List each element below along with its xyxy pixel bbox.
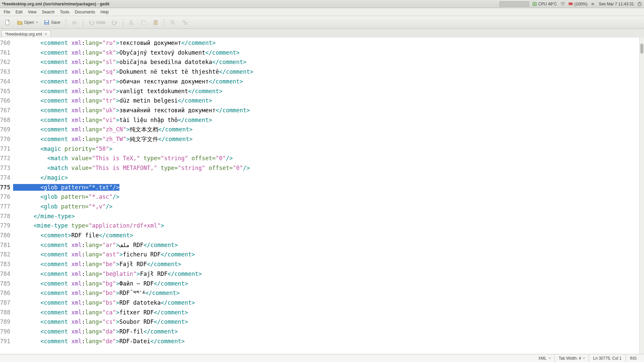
new-file-button[interactable] [3, 18, 13, 27]
cpu-icon [532, 2, 537, 6]
open-icon [17, 19, 23, 25]
power-icon[interactable] [637, 2, 642, 6]
menu-documents[interactable]: Documents [72, 9, 98, 15]
toolbar: Open▾ Save Undo [0, 16, 644, 29]
wifi-icon[interactable] [560, 2, 565, 6]
tray-placeholder [499, 1, 529, 7]
status-tab-width[interactable]: Tab Width: 4▾ [554, 354, 589, 362]
print-icon [71, 19, 77, 25]
print-button[interactable] [69, 18, 79, 27]
svg-rect-10 [45, 20, 48, 22]
window-title: *freedesktop.org.xml (/usr/share/mime/pa… [2, 2, 109, 6]
open-button[interactable]: Open▾ [15, 18, 40, 27]
svg-rect-5 [572, 3, 573, 4]
menu-file[interactable]: File [1, 9, 12, 15]
undo-button[interactable]: Undo [87, 18, 108, 27]
menu-help[interactable]: Help [98, 9, 111, 15]
search-replace-icon [182, 19, 188, 25]
svg-rect-1 [534, 3, 535, 5]
new-file-icon [5, 19, 11, 25]
system-tray: CPU 48°C (100%) Sex Mar 7 11:43:31 [499, 1, 642, 7]
line-number-gutter: 7607617627637647657667677687697707717727… [0, 38, 13, 354]
svg-rect-20 [155, 20, 157, 21]
find-replace-button[interactable] [180, 18, 190, 27]
tab-bar: *freedesktop.org.xml × [0, 29, 644, 38]
paste-icon [153, 19, 159, 25]
save-icon [44, 19, 50, 25]
window-titlebar: *freedesktop.org.xml (/usr/share/mime/pa… [0, 0, 644, 8]
status-bar: XML▾ Tab Width: 4▾ Ln 30775, Col 1 INS [0, 354, 644, 362]
code-content[interactable]: <comment xml:lang="ru">текстовый докумен… [13, 38, 644, 354]
copy-icon [141, 19, 147, 25]
cut-button[interactable] [126, 18, 137, 27]
menu-tools[interactable]: Tools [58, 9, 72, 15]
menu-view[interactable]: View [25, 9, 39, 15]
clock[interactable]: Sex Mar 7 11:43:31 [599, 2, 634, 6]
tab-document[interactable]: *freedesktop.org.xml × [1, 30, 51, 38]
close-icon[interactable]: × [45, 32, 47, 37]
volume-icon[interactable] [591, 2, 595, 6]
tab-label: *freedesktop.org.xml [5, 32, 42, 37]
svg-rect-18 [143, 21, 145, 25]
status-insert-mode[interactable]: INS [626, 354, 641, 362]
status-cursor-position: Ln 30775, Col 1 [589, 354, 626, 362]
svg-rect-13 [73, 20, 76, 22]
copy-button[interactable] [139, 18, 149, 27]
vertical-scrollbar[interactable] [639, 38, 644, 354]
menu-search[interactable]: Search [40, 9, 57, 15]
chevron-down-icon: ▾ [36, 21, 38, 24]
search-icon [170, 19, 176, 25]
scrollbar-thumb[interactable] [640, 44, 643, 54]
menu-bar: File Edit View Search Tools Documents He… [0, 8, 644, 16]
svg-rect-11 [46, 23, 48, 24]
svg-rect-7 [639, 2, 640, 4]
cpu-indicator[interactable]: CPU 48°C [532, 2, 557, 6]
svg-rect-14 [73, 23, 76, 24]
battery-indicator[interactable]: (100%) [569, 2, 588, 6]
svg-rect-4 [569, 3, 572, 5]
save-button[interactable]: Save [42, 18, 62, 27]
find-button[interactable] [168, 18, 178, 27]
redo-icon [111, 19, 117, 25]
menu-edit[interactable]: Edit [13, 9, 25, 15]
redo-button[interactable] [109, 18, 119, 27]
svg-point-21 [171, 20, 173, 23]
editor-area[interactable]: 7607617627637647657667677687697707717727… [0, 38, 644, 354]
paste-button[interactable] [151, 18, 161, 27]
svg-point-2 [562, 5, 563, 5]
undo-icon [89, 19, 95, 25]
cut-icon [128, 19, 135, 25]
battery-icon [569, 2, 573, 6]
status-language[interactable]: XML▾ [534, 354, 554, 362]
